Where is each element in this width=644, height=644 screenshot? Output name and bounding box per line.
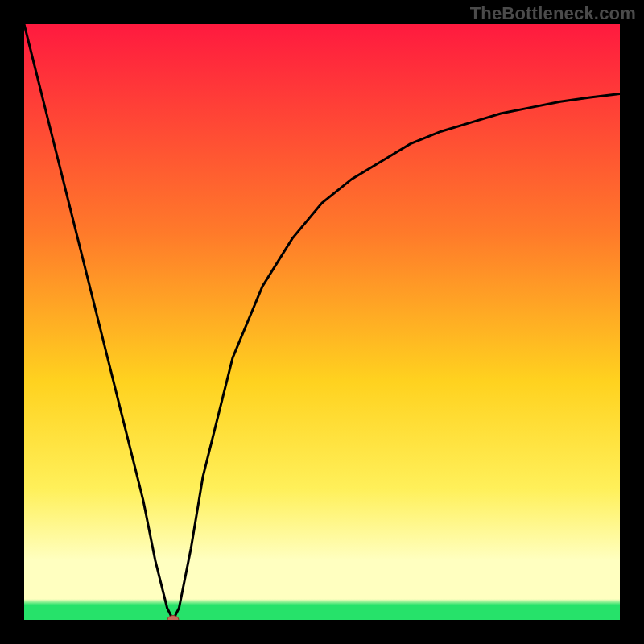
bottleneck-plot — [24, 24, 620, 620]
chart-frame: TheBottleneck.com — [0, 0, 644, 644]
gradient-background — [24, 24, 620, 620]
watermark-text: TheBottleneck.com — [470, 3, 636, 24]
